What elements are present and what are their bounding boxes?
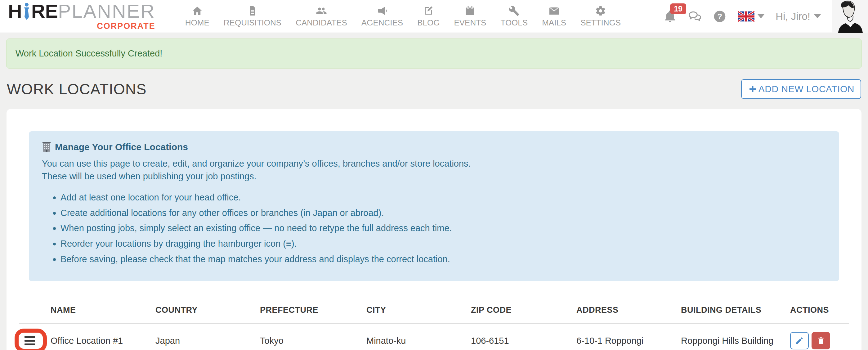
- nav-label: CANDIDATES: [296, 18, 347, 28]
- locations-table: NAME COUNTRY PREFECTURE CITY ZIP CODE AD…: [19, 300, 849, 350]
- drag-handle-icon[interactable]: [25, 336, 35, 345]
- edit-location-button[interactable]: [790, 332, 809, 349]
- topbar-right: 19 ? Hi, Jiro!: [663, 0, 868, 33]
- info-box-intro-line-1: You can use this page to create, edit, a…: [42, 157, 826, 170]
- chat-bubbles-icon: [688, 10, 702, 23]
- nav-label: SETTINGS: [581, 18, 621, 28]
- users-icon: [316, 5, 327, 17]
- col-header-drag: [19, 300, 48, 323]
- nav-item-candidates[interactable]: CANDIDATES: [296, 5, 347, 28]
- col-header-country: COUNTRY: [152, 300, 257, 323]
- chevron-down-icon: [757, 14, 765, 18]
- logo-tagline: CORPORATE: [97, 22, 155, 31]
- chevron-down-icon: [814, 14, 821, 18]
- drag-handle-cell: [19, 323, 48, 350]
- nav-label: MAILS: [542, 18, 566, 28]
- logo-wordmark: H RE PLANNER: [8, 2, 155, 21]
- user-menu[interactable]: Hi, Jiro!: [776, 10, 821, 22]
- info-bullet: Add at least one location for your head …: [61, 191, 826, 204]
- trash-icon: [816, 336, 825, 345]
- envelope-icon: [549, 5, 560, 17]
- help-button[interactable]: ?: [713, 10, 726, 23]
- tie-icon: [23, 3, 31, 21]
- logo-text-h: H: [8, 2, 22, 21]
- plus-icon: [748, 85, 757, 94]
- avatar-portrait: [832, 0, 868, 33]
- nav-item-requisitions[interactable]: REQUISITIONS: [224, 5, 281, 28]
- nav-label: EVENTS: [454, 18, 486, 28]
- table-header-row: NAME COUNTRY PREFECTURE CITY ZIP CODE AD…: [19, 300, 849, 323]
- info-box-heading-text: Manage Your Office Locations: [55, 140, 188, 154]
- cell-country: Japan: [152, 323, 257, 350]
- greeting-text: Hi, Jiro!: [776, 10, 810, 22]
- nav-item-home[interactable]: HOME: [185, 5, 209, 28]
- building-icon: [42, 142, 51, 152]
- info-box-intro-line-2: These will be used when publishing your …: [42, 170, 826, 183]
- nav-label: REQUISITIONS: [224, 18, 281, 28]
- nav-item-settings[interactable]: SETTINGS: [581, 5, 621, 28]
- add-new-location-label: ADD NEW LOCATION: [758, 84, 854, 94]
- cell-zip: 106-6151: [468, 323, 573, 350]
- uk-flag-icon: [738, 11, 754, 22]
- info-bullet: Create additional locations for any othe…: [61, 206, 826, 219]
- svg-text:?: ?: [717, 12, 722, 21]
- question-circle-icon: ?: [713, 10, 726, 23]
- col-header-building: BUILDING DETAILS: [678, 300, 787, 323]
- col-header-actions: ACTIONS: [787, 300, 849, 323]
- main-nav: HOME REQUISITIONS CANDIDATES AGENCIES BL…: [185, 5, 621, 28]
- nav-item-tools[interactable]: TOOLS: [500, 5, 528, 28]
- work-locations-card: Manage Your Office Locations You can use…: [6, 109, 862, 350]
- notifications-button[interactable]: 19: [663, 10, 677, 23]
- nav-label: AGENCIES: [362, 18, 403, 28]
- nav-item-events[interactable]: EVENTS: [454, 5, 486, 28]
- logo-text-planner: PLANNER: [58, 2, 155, 21]
- col-header-city: CITY: [363, 300, 468, 323]
- info-box: Manage Your Office Locations You can use…: [29, 131, 839, 281]
- info-bullet: Before saving, please check that the map…: [61, 253, 826, 265]
- nav-label: TOOLS: [500, 18, 528, 28]
- info-box-bullet-list: Add at least one location for your head …: [61, 191, 826, 265]
- home-icon: [192, 5, 203, 17]
- calendar-icon: [464, 5, 475, 17]
- gear-icon: [595, 5, 606, 17]
- cell-prefecture: Tokyo: [257, 323, 363, 350]
- success-alert-message: Work Location Successfully Created!: [16, 49, 162, 58]
- info-bullet: When posting jobs, simply select an exis…: [61, 222, 826, 234]
- nav-item-blog[interactable]: BLOG: [417, 5, 440, 28]
- logo-text-re: RE: [31, 2, 58, 21]
- cell-city: Minato-ku: [363, 323, 468, 350]
- messages-button[interactable]: [688, 10, 702, 23]
- info-box-heading: Manage Your Office Locations: [42, 140, 826, 154]
- col-header-zip: ZIP CODE: [468, 300, 573, 323]
- top-header: H RE PLANNER CORPORATE HOME REQUISITIONS…: [0, 0, 868, 33]
- hireplanner-logo[interactable]: H RE PLANNER CORPORATE: [8, 2, 155, 31]
- page-head: WORK LOCATIONS ADD NEW LOCATION: [0, 79, 868, 99]
- user-avatar[interactable]: [832, 0, 868, 33]
- megaphone-icon: [377, 5, 388, 17]
- col-header-address: ADDRESS: [573, 300, 678, 323]
- add-new-location-button[interactable]: ADD NEW LOCATION: [741, 79, 861, 99]
- success-alert: Work Location Successfully Created!: [6, 38, 862, 69]
- language-selector[interactable]: [738, 11, 765, 22]
- cell-actions: [787, 323, 849, 350]
- cell-name: Office Location #1: [48, 323, 152, 350]
- table-row: Office Location #1 Japan Tokyo Minato-ku…: [19, 323, 849, 350]
- wrench-icon: [508, 5, 520, 17]
- delete-location-button[interactable]: [811, 332, 830, 349]
- col-header-prefecture: PREFECTURE: [257, 300, 363, 323]
- col-header-name: NAME: [48, 300, 152, 323]
- page-title: WORK LOCATIONS: [7, 81, 147, 98]
- pencil-icon: [795, 336, 804, 345]
- nav-item-agencies[interactable]: AGENCIES: [362, 5, 403, 28]
- pencil-square-icon: [423, 5, 434, 17]
- nav-label: BLOG: [417, 18, 440, 28]
- cell-address: 6-10-1 Roppongi: [573, 323, 678, 350]
- nav-label: HOME: [185, 18, 209, 28]
- notification-count-badge: 19: [670, 3, 686, 14]
- cell-building: Roppongi Hills Building: [678, 323, 787, 350]
- nav-item-mails[interactable]: MAILS: [542, 5, 566, 28]
- document-icon: [247, 5, 258, 17]
- info-bullet: Reorder your locations by dragging the h…: [61, 237, 826, 250]
